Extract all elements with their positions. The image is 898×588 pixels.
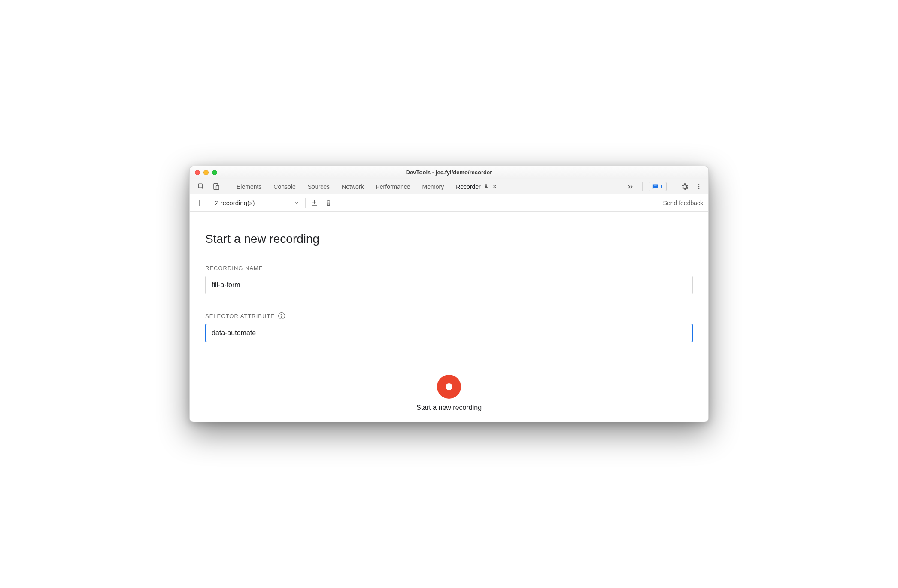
inspect-element-icon[interactable] [197, 182, 206, 191]
recordings-dropdown[interactable]: 2 recording(s) [213, 199, 301, 206]
tab-list: Elements Console Sources Network Perform… [231, 179, 503, 194]
device-toolbar-icon[interactable] [211, 182, 221, 191]
tab-memory[interactable]: Memory [416, 179, 450, 194]
selector-attribute-label-text: Selector Attribute [205, 313, 275, 319]
recording-name-field: Recording Name [205, 265, 693, 294]
selector-attribute-field: Selector Attribute ? [205, 312, 693, 342]
svg-point-6 [698, 188, 700, 189]
recorder-footer: Start a new recording [190, 364, 708, 422]
tabbar-right: 1 [624, 179, 706, 194]
tab-elements[interactable]: Elements [231, 179, 267, 194]
traffic-lights [195, 170, 217, 175]
devtools-window: DevTools - jec.fyi/demo/recorder Element… [189, 166, 709, 422]
settings-gear-icon[interactable] [679, 183, 690, 191]
page-heading: Start a new recording [205, 232, 693, 246]
start-recording-button[interactable] [437, 375, 461, 399]
close-window-button[interactable] [195, 170, 200, 175]
new-recording-plus-icon[interactable] [195, 198, 204, 208]
recorder-toolbar: 2 recording(s) Send feedback [190, 194, 708, 212]
tab-label: Recorder [456, 183, 481, 190]
record-icon [446, 383, 452, 390]
more-tabs-icon[interactable] [624, 183, 636, 190]
svg-rect-3 [654, 186, 656, 186]
tab-console[interactable]: Console [267, 179, 301, 194]
tab-label: Memory [422, 183, 444, 190]
experiment-flask-icon [483, 184, 489, 189]
chevron-down-icon [294, 200, 299, 206]
svg-rect-2 [216, 185, 218, 189]
minimize-window-button[interactable] [203, 170, 209, 175]
tab-recorder[interactable]: Recorder [450, 179, 503, 194]
tab-label: Network [342, 183, 364, 190]
kebab-menu-icon[interactable] [694, 183, 704, 190]
tab-label: Sources [308, 183, 330, 190]
help-icon[interactable]: ? [278, 312, 285, 319]
selector-attribute-label: Selector Attribute ? [205, 312, 693, 319]
send-feedback-link[interactable]: Send feedback [663, 200, 703, 206]
toolbar-divider [305, 198, 306, 208]
recording-name-input[interactable] [205, 276, 693, 294]
start-recording-label: Start a new recording [416, 404, 482, 412]
tabbar-divider [673, 182, 673, 191]
tab-performance[interactable]: Performance [370, 179, 416, 194]
download-icon[interactable] [310, 198, 319, 208]
maximize-window-button[interactable] [212, 170, 217, 175]
tabbar-divider [642, 182, 643, 191]
issues-count: 1 [660, 183, 663, 190]
svg-point-5 [698, 186, 700, 187]
trash-icon[interactable] [324, 198, 333, 208]
svg-point-4 [698, 184, 700, 185]
recorder-main: Start a new recording Recording Name Sel… [190, 212, 708, 364]
recording-name-label: Recording Name [205, 265, 693, 271]
window-title: DevTools - jec.fyi/demo/recorder [190, 169, 708, 176]
tab-label: Elements [237, 183, 261, 190]
devtools-tabbar: Elements Console Sources Network Perform… [190, 179, 708, 194]
issue-icon [652, 183, 658, 190]
tab-label: Console [273, 183, 295, 190]
tabbar-left-icons [192, 179, 225, 194]
selector-attribute-input[interactable] [205, 324, 693, 342]
issues-badge[interactable]: 1 [649, 182, 667, 191]
tabbar-divider [228, 182, 228, 191]
recordings-count-label: 2 recording(s) [215, 199, 255, 206]
close-tab-icon[interactable] [492, 184, 497, 189]
toolbar-divider [209, 198, 209, 208]
window-titlebar: DevTools - jec.fyi/demo/recorder [190, 166, 708, 179]
tab-network[interactable]: Network [336, 179, 370, 194]
tab-sources[interactable]: Sources [302, 179, 336, 194]
tab-label: Performance [376, 183, 410, 190]
